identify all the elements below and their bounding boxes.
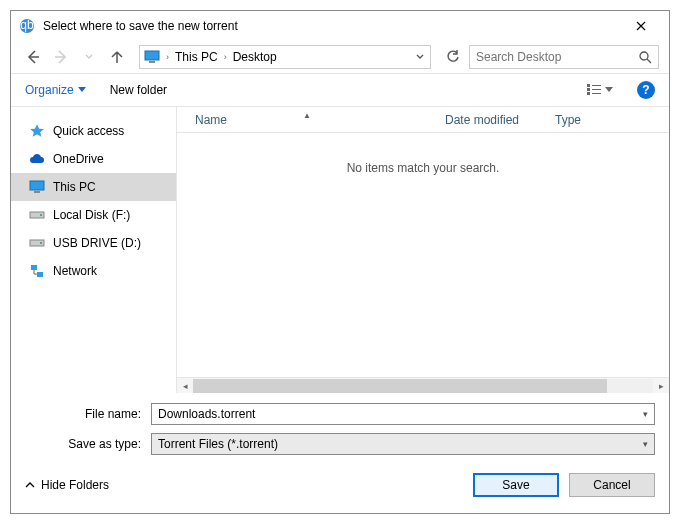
new-folder-button[interactable]: New folder — [110, 83, 167, 97]
saveas-row: Save as type: Torrent Files (*.torrent) … — [11, 431, 669, 457]
address-dropdown[interactable] — [414, 53, 426, 61]
svg-rect-11 — [30, 181, 44, 190]
view-options[interactable] — [587, 84, 613, 96]
col-name-label: Name — [185, 113, 227, 127]
address-bar[interactable]: › This PC › Desktop — [139, 45, 431, 69]
chevron-right-icon: › — [166, 52, 169, 62]
svg-rect-17 — [31, 265, 37, 270]
chevron-down-icon[interactable]: ▾ — [643, 439, 648, 449]
tree-network[interactable]: Network — [11, 257, 176, 285]
svg-point-4 — [640, 52, 648, 60]
svg-rect-9 — [592, 89, 601, 90]
close-button[interactable] — [621, 12, 661, 40]
filename-input[interactable] — [158, 407, 643, 421]
svg-rect-8 — [592, 85, 601, 86]
back-button[interactable] — [21, 45, 45, 69]
organize-label: Organize — [25, 83, 74, 97]
app-icon: qb — [19, 18, 35, 34]
scroll-right-icon[interactable]: ▸ — [653, 379, 669, 393]
breadcrumb-this-pc[interactable]: This PC — [175, 50, 218, 64]
col-date[interactable]: Date modified — [437, 113, 547, 127]
titlebar: qb Select where to save the new torrent — [11, 11, 669, 41]
tree-label: Quick access — [53, 124, 124, 138]
svg-rect-12 — [34, 191, 40, 193]
tree-label: Network — [53, 264, 97, 278]
toolbar: Organize New folder ? — [11, 73, 669, 107]
pc-icon — [29, 180, 45, 194]
nav-tree: Quick access OneDrive This PC Local Disk… — [11, 107, 177, 393]
window-title: Select where to save the new torrent — [43, 19, 621, 33]
filename-field[interactable]: ▾ — [151, 403, 655, 425]
recent-dropdown[interactable] — [77, 45, 101, 69]
body: Quick access OneDrive This PC Local Disk… — [11, 107, 669, 393]
svg-text:qb: qb — [20, 18, 34, 32]
svg-rect-6 — [587, 88, 590, 91]
svg-rect-7 — [587, 92, 590, 95]
sort-asc-icon: ▲ — [303, 111, 311, 120]
tree-onedrive[interactable]: OneDrive — [11, 145, 176, 173]
svg-rect-3 — [149, 61, 155, 63]
pc-icon — [144, 50, 160, 64]
tree-quick-access[interactable]: Quick access — [11, 117, 176, 145]
tree-label: Local Disk (F:) — [53, 208, 130, 222]
col-name[interactable]: ▲ Name — [177, 113, 437, 127]
svg-rect-14 — [40, 214, 42, 216]
forward-button[interactable] — [49, 45, 73, 69]
footer: Hide Folders Save Cancel — [11, 457, 669, 513]
nav-row: › This PC › Desktop — [11, 41, 669, 73]
empty-message: No items match your search. — [177, 133, 669, 377]
svg-rect-2 — [145, 51, 159, 60]
organize-menu[interactable]: Organize — [25, 83, 86, 97]
column-headers: ▲ Name Date modified Type — [177, 107, 669, 133]
tree-local-disk[interactable]: Local Disk (F:) — [11, 201, 176, 229]
saveas-label: Save as type: — [25, 437, 151, 451]
tree-usb-drive[interactable]: USB DRIVE (D:) — [11, 229, 176, 257]
file-pane: ▲ Name Date modified Type No items match… — [177, 107, 669, 393]
scroll-thumb[interactable] — [193, 379, 607, 393]
chevron-down-icon[interactable]: ▾ — [643, 409, 648, 419]
svg-rect-16 — [40, 242, 42, 244]
scroll-track[interactable] — [193, 379, 653, 393]
disk-icon — [29, 208, 45, 222]
svg-rect-10 — [592, 93, 601, 94]
tree-this-pc[interactable]: This PC — [11, 173, 176, 201]
saveas-combo[interactable]: Torrent Files (*.torrent) ▾ — [151, 433, 655, 455]
disk-icon — [29, 236, 45, 250]
col-type[interactable]: Type — [547, 113, 669, 127]
star-icon — [29, 124, 45, 138]
svg-rect-18 — [37, 272, 43, 277]
save-button[interactable]: Save — [473, 473, 559, 497]
tree-label: OneDrive — [53, 152, 104, 166]
scroll-left-icon[interactable]: ◂ — [177, 379, 193, 393]
chevron-right-icon: › — [224, 52, 227, 62]
tree-label: This PC — [53, 180, 96, 194]
breadcrumb-desktop[interactable]: Desktop — [233, 50, 277, 64]
hide-folders-label: Hide Folders — [41, 478, 109, 492]
save-dialog: qb Select where to save the new torrent … — [10, 10, 670, 514]
help-button[interactable]: ? — [637, 81, 655, 99]
horizontal-scrollbar[interactable]: ◂ ▸ — [177, 377, 669, 393]
chevron-up-icon — [25, 481, 35, 489]
network-icon — [29, 264, 45, 278]
hide-folders-toggle[interactable]: Hide Folders — [25, 478, 109, 492]
cancel-button[interactable]: Cancel — [569, 473, 655, 497]
up-button[interactable] — [105, 45, 129, 69]
tree-label: USB DRIVE (D:) — [53, 236, 141, 250]
search-input[interactable] — [476, 50, 639, 64]
svg-rect-5 — [587, 84, 590, 87]
cloud-icon — [29, 152, 45, 166]
filename-label: File name: — [25, 407, 151, 421]
filename-row: File name: ▾ — [11, 401, 669, 427]
search-box[interactable] — [469, 45, 659, 69]
refresh-button[interactable] — [441, 45, 465, 69]
search-icon — [639, 51, 652, 64]
saveas-value: Torrent Files (*.torrent) — [158, 437, 643, 451]
